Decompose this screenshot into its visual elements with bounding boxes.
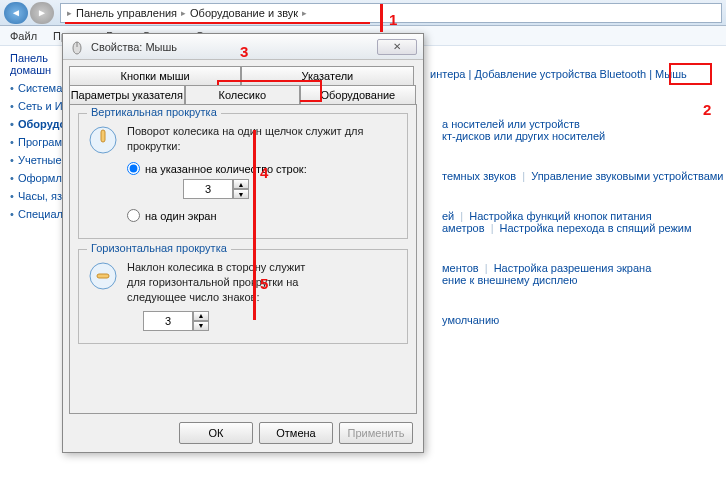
link-media-devices[interactable]: а носителей или устройств — [442, 118, 580, 130]
radio-screen-label: на один экран — [145, 210, 217, 222]
annotation-number-5: 5 — [260, 275, 268, 292]
radio-lines-label: на указанное количество строк: — [145, 163, 307, 175]
spin-down-button[interactable]: ▼ — [193, 321, 209, 331]
annotation-number-1: 1 — [389, 11, 397, 28]
link-power[interactable]: ей — [442, 210, 454, 222]
link-add-bluetooth[interactable]: Добавление устройства Bluetooth — [474, 68, 646, 80]
horizontal-chars-input[interactable] — [143, 311, 193, 331]
link-system-sounds[interactable]: темных звуков — [442, 170, 516, 182]
vertical-scroll-desc: Поворот колесика на один щелчок служит д… — [127, 124, 399, 154]
dialog-title: Свойства: Мышь — [91, 41, 177, 53]
group-title-horizontal: Горизонтальная прокрутка — [87, 242, 231, 254]
group-horizontal-scroll: Горизонтальная прокрутка Наклон колесика… — [78, 249, 408, 344]
link-audio-devices[interactable]: Управление звуковыми устройствами — [531, 170, 723, 182]
tab-buttons[interactable]: Кнопки мыши — [69, 66, 241, 85]
radio-lines-input[interactable] — [127, 162, 140, 175]
breadcrumb-sep-icon: ▸ — [302, 8, 307, 18]
breadcrumb-control-panel[interactable]: Панель управления — [76, 7, 177, 19]
tab-wheel[interactable]: Колесико — [185, 85, 301, 104]
link-power-buttons[interactable]: Настройка функций кнопок питания — [469, 210, 651, 222]
annotation-number-4: 4 — [260, 164, 268, 181]
sidebar-item[interactable]: Оборудо — [10, 118, 58, 130]
menu-file[interactable]: Файл — [10, 30, 37, 42]
link-printer[interactable]: интера — [430, 68, 466, 80]
annotation-box-mouse — [669, 63, 712, 85]
nav-forward-button[interactable]: ► — [30, 2, 54, 24]
wheel-horizontal-icon — [87, 260, 119, 292]
sidebar-item[interactable]: Програм — [10, 136, 58, 148]
sidebar-home[interactable]: Панель домашн — [10, 52, 58, 76]
ok-button[interactable]: ОК — [179, 422, 253, 444]
sidebar-item[interactable]: Специал — [10, 208, 58, 220]
vertical-lines-input[interactable] — [183, 179, 233, 199]
breadcrumb-sep-icon: ▸ — [67, 8, 72, 18]
breadcrumb-sep-icon: ▸ — [181, 8, 186, 18]
nav-back-button[interactable]: ◄ — [4, 2, 28, 24]
annotation-number-3: 3 — [240, 43, 248, 60]
sidebar: Панель домашн СистемаСеть и ИОборудоПрог… — [0, 46, 62, 500]
annotation-line — [253, 250, 256, 320]
spin-down-button[interactable]: ▼ — [233, 189, 249, 199]
sidebar-item[interactable]: Оформл — [10, 172, 58, 184]
tab-pointer-options[interactable]: Параметры указателя — [69, 85, 185, 104]
link-default[interactable]: умолчанию — [442, 314, 499, 326]
radio-screen[interactable]: на один экран — [127, 209, 399, 222]
breadcrumb-hardware-sound[interactable]: Оборудование и звук — [190, 7, 298, 19]
annotation-underline — [65, 22, 370, 24]
link-params[interactable]: аметров — [442, 222, 485, 234]
spin-up-button[interactable]: ▲ — [193, 311, 209, 321]
sidebar-item[interactable]: Система — [10, 82, 58, 94]
link-resolution[interactable]: Настройка разрешения экрана — [494, 262, 652, 274]
group-title-vertical: Вертикальная прокрутка — [87, 106, 221, 118]
radio-screen-input[interactable] — [127, 209, 140, 222]
spin-up-button[interactable]: ▲ — [233, 179, 249, 189]
link-sleep[interactable]: Настройка перехода в спящий режим — [500, 222, 692, 234]
sidebar-item[interactable]: Учетные пользов безопас — [10, 154, 58, 166]
group-vertical-scroll: Вертикальная прокрутка Поворот колесика … — [78, 113, 408, 239]
dialog-close-button[interactable]: ✕ — [377, 39, 417, 55]
tab-content-wheel: Вертикальная прокрутка Поворот колесика … — [69, 104, 417, 414]
mouse-icon — [69, 39, 85, 55]
svg-rect-5 — [97, 274, 109, 278]
apply-button[interactable]: Применить — [339, 422, 413, 444]
mouse-properties-dialog: Свойства: Мышь ✕ Кнопки мыши Указатели П… — [62, 33, 424, 453]
annotation-line — [253, 130, 256, 250]
horizontal-scroll-desc: Наклон колесика в сторону служит для гор… — [127, 260, 327, 305]
link-external-display[interactable]: ение к внешнему дисплею — [442, 274, 577, 286]
link-disks[interactable]: кт-дисков или других носителей — [442, 130, 605, 142]
sidebar-item[interactable]: Сеть и И — [10, 100, 58, 112]
sidebar-item[interactable]: Часы, яз — [10, 190, 58, 202]
svg-rect-3 — [101, 130, 105, 142]
annotation-line — [380, 4, 383, 32]
annotation-number-2: 2 — [703, 101, 711, 118]
wheel-vertical-icon — [87, 124, 119, 156]
link-elements[interactable]: ментов — [442, 262, 479, 274]
cancel-button[interactable]: Отмена — [259, 422, 333, 444]
